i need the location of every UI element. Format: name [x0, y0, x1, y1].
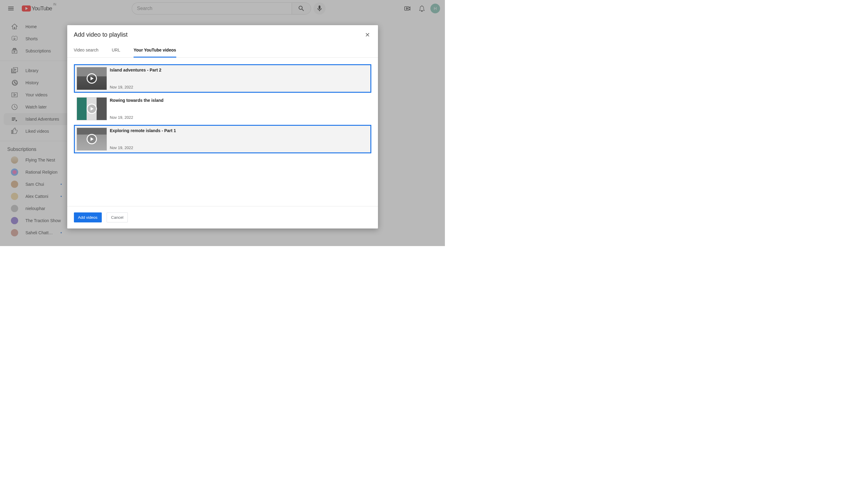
video-date: Nov 19, 2022	[110, 115, 163, 120]
cancel-button[interactable]: Cancel	[106, 212, 128, 222]
video-title: Rowing towards the island	[110, 98, 163, 103]
video-date: Nov 19, 2022	[110, 85, 161, 89]
video-info: Rowing towards the island Nov 19, 2022	[110, 97, 163, 120]
video-row[interactable]: Exploring remote islands - Part 1 Nov 19…	[74, 125, 371, 153]
video-info: Island adventures - Part 2 Nov 19, 2022	[110, 67, 161, 90]
add-video-modal: Add video to playlist ✕ Video searchURLY…	[67, 25, 378, 229]
video-date: Nov 19, 2022	[110, 146, 176, 150]
video-row[interactable]: Island adventures - Part 2 Nov 19, 2022	[74, 64, 371, 93]
video-thumbnail	[76, 97, 107, 120]
modal-tab[interactable]: Video search	[74, 43, 98, 57]
play-icon	[87, 73, 97, 84]
close-button[interactable]: ✕	[364, 31, 371, 38]
modal-overlay: Add video to playlist ✕ Video searchURLY…	[0, 0, 445, 246]
modal-title: Add video to playlist	[74, 31, 128, 38]
video-title: Exploring remote islands - Part 1	[110, 128, 176, 133]
close-icon: ✕	[365, 31, 370, 38]
video-title: Island adventures - Part 2	[110, 67, 161, 72]
modal-body: Island adventures - Part 2 Nov 19, 2022 …	[67, 58, 378, 206]
video-row[interactable]: Rowing towards the island Nov 19, 2022	[74, 94, 371, 123]
play-icon	[87, 103, 97, 114]
modal-header: Add video to playlist ✕	[67, 25, 378, 38]
video-info: Exploring remote islands - Part 1 Nov 19…	[110, 127, 176, 151]
play-icon	[87, 134, 97, 144]
video-thumbnail	[76, 127, 107, 151]
modal-tab[interactable]: Your YouTube videos	[133, 43, 176, 58]
video-thumbnail	[76, 67, 107, 90]
modal-footer: Add videos Cancel	[67, 206, 378, 229]
modal-tab[interactable]: URL	[112, 43, 120, 57]
modal-tabs: Video searchURLYour YouTube videos	[67, 43, 378, 58]
add-videos-button[interactable]: Add videos	[74, 212, 102, 222]
